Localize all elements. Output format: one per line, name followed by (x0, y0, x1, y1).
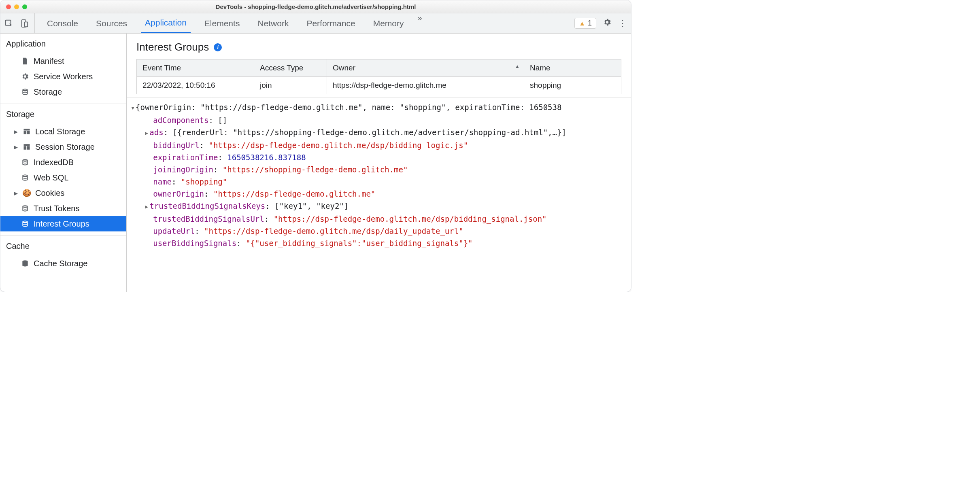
sidebar-item-websql[interactable]: Web SQL (0, 170, 126, 185)
device-toggle-icon[interactable] (20, 19, 29, 28)
sidebar-item-label: Storage (34, 87, 62, 97)
sidebar-item-label: Web SQL (34, 173, 68, 182)
sidebar-item-label: Session Storage (35, 142, 95, 152)
tab-memory[interactable]: Memory (369, 13, 408, 33)
sidebar-item-session-storage[interactable]: ▶ Session Storage (0, 139, 126, 155)
table-row[interactable]: 22/03/2022, 10:50:16 join https://dsp-fl… (137, 77, 621, 94)
warning-icon: ▲ (579, 20, 585, 27)
cell-event-time: 22/03/2022, 10:50:16 (137, 77, 254, 94)
window-title: DevTools - shopping-fledge-demo.glitch.m… (0, 3, 631, 10)
json-viewer[interactable]: ▼{ownerOrigin: "https://dsp-fledge-demo.… (127, 98, 631, 254)
sidebar-item-storage[interactable]: Storage (0, 84, 126, 100)
sidebar-group-storage: Storage (0, 104, 126, 122)
col-name[interactable]: Name (524, 59, 621, 77)
tab-console[interactable]: Console (43, 13, 82, 33)
col-event-time[interactable]: Event Time (137, 59, 254, 77)
tab-elements[interactable]: Elements (200, 13, 244, 33)
database-icon (21, 219, 30, 228)
close-window-button[interactable] (6, 4, 11, 9)
file-icon (21, 57, 30, 66)
tab-application[interactable]: Application (141, 13, 191, 33)
sidebar-item-service-workers[interactable]: Service Workers (0, 69, 126, 84)
expand-caret-icon[interactable]: ▶ (13, 144, 18, 150)
gear-icon (21, 72, 30, 81)
tab-performance[interactable]: Performance (302, 13, 359, 33)
sidebar-item-indexeddb[interactable]: IndexedDB (0, 155, 126, 170)
sort-asc-icon: ▲ (515, 64, 520, 69)
warnings-badge[interactable]: ▲ 1 (574, 18, 596, 29)
sidebar-item-label: Local Storage (35, 127, 85, 136)
sidebar-item-cache-storage[interactable]: Cache Storage (0, 256, 126, 271)
warning-count: 1 (588, 19, 592, 28)
cell-owner: https://dsp-fledge-demo.glitch.me (327, 77, 524, 94)
grid-icon (22, 142, 31, 151)
more-menu-icon[interactable]: ⋮ (618, 18, 627, 29)
sidebar-item-interest-groups[interactable]: Interest Groups (0, 216, 126, 231)
cookie-icon: 🍪 (22, 189, 31, 197)
application-sidebar: Application Manifest Service Workers Sto… (0, 34, 127, 292)
settings-gear-icon[interactable] (603, 18, 612, 29)
info-icon[interactable]: i (214, 43, 222, 51)
devtools-window: DevTools - shopping-fledge-demo.glitch.m… (0, 0, 631, 292)
sidebar-item-label: Interest Groups (34, 219, 89, 229)
sidebar-item-label: IndexedDB (34, 158, 74, 167)
sidebar-group-cache: Cache (0, 236, 126, 254)
database-icon (21, 87, 30, 96)
sidebar-item-manifest[interactable]: Manifest (0, 53, 126, 69)
events-table: Event Time Access Type Owner▲ Name 22/03… (136, 59, 621, 94)
sidebar-item-label: Manifest (34, 57, 64, 66)
tab-sources[interactable]: Sources (92, 13, 131, 33)
database-icon (21, 173, 30, 182)
sidebar-item-trust-tokens[interactable]: Trust Tokens (0, 201, 126, 216)
expand-caret-icon[interactable]: ▶ (13, 190, 18, 196)
panel-tabs: Console Sources Application Elements Net… (37, 13, 422, 33)
sidebar-item-label: Service Workers (34, 72, 93, 81)
zoom-window-button[interactable] (22, 4, 27, 9)
minimize-window-button[interactable] (14, 4, 19, 9)
col-owner[interactable]: Owner▲ (327, 59, 524, 77)
main-panel: Interest Groups i Event Time Access Type… (127, 34, 631, 292)
grid-icon (22, 127, 31, 136)
sidebar-group-application: Application (0, 34, 126, 52)
tab-network[interactable]: Network (253, 13, 293, 33)
panel-body: Application Manifest Service Workers Sto… (0, 34, 631, 292)
col-access-type[interactable]: Access Type (254, 59, 327, 77)
cell-access-type: join (254, 77, 327, 94)
database-icon (21, 158, 30, 167)
more-tabs-icon[interactable]: » (417, 13, 422, 33)
database-icon (21, 204, 30, 213)
inspect-element-icon[interactable] (4, 19, 13, 28)
panel-title: Interest Groups (136, 41, 209, 53)
sidebar-item-label: Cookies (35, 189, 64, 198)
devtools-toolbar: Console Sources Application Elements Net… (0, 13, 631, 34)
expand-caret-icon[interactable]: ▶ (13, 129, 18, 135)
traffic-lights (0, 4, 27, 9)
database-icon (21, 259, 30, 268)
cell-name: shopping (524, 77, 621, 94)
sidebar-item-label: Trust Tokens (34, 204, 79, 213)
panel-heading: Interest Groups i (127, 34, 631, 59)
window-titlebar: DevTools - shopping-fledge-demo.glitch.m… (0, 0, 631, 13)
sidebar-item-label: Cache Storage (34, 259, 87, 268)
sidebar-item-local-storage[interactable]: ▶ Local Storage (0, 124, 126, 139)
sidebar-item-cookies[interactable]: ▶ 🍪 Cookies (0, 185, 126, 201)
svg-rect-2 (25, 22, 28, 27)
